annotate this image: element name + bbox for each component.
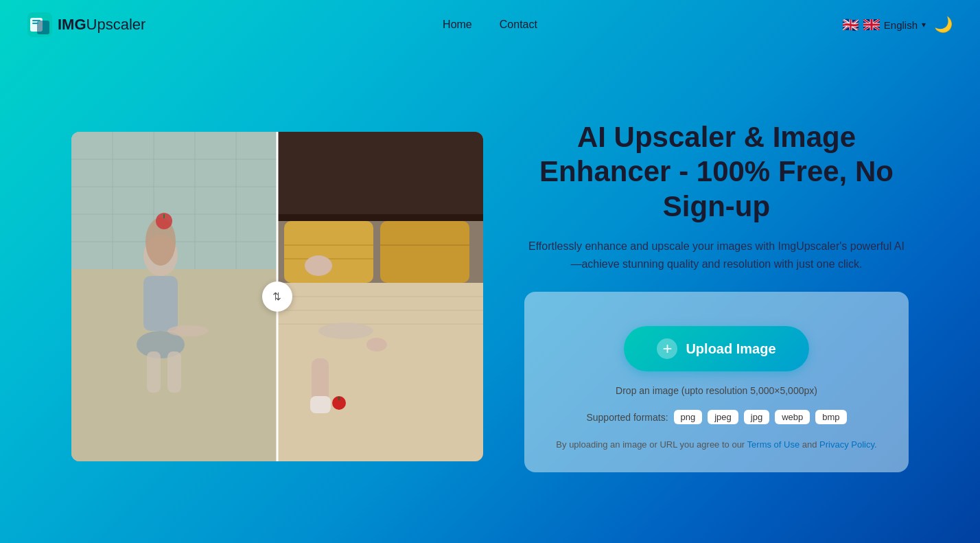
logo[interactable]: IMGUpscaler — [27, 12, 145, 37]
uk-flag — [863, 19, 880, 30]
right-panel: AI Upscaler & Image Enhancer - 100% Free… — [524, 120, 909, 472]
image-comparison[interactable]: ⇄ — [71, 132, 483, 461]
svg-rect-28 — [277, 132, 483, 214]
upload-box: + Upload Image Drop an image (upto resol… — [524, 292, 909, 472]
nav-item-contact[interactable]: Contact — [500, 19, 537, 31]
main-content: ⇄ AI Upscaler & Image Enhancer - 100% Fr… — [0, 49, 980, 543]
svg-point-40 — [318, 323, 373, 339]
chevron-down-icon: ▾ — [922, 20, 926, 30]
language-selector[interactable]: 🇬🇧 English ▾ — [842, 16, 926, 33]
before-panel — [71, 132, 277, 461]
svg-rect-43 — [310, 396, 331, 413]
logo-text: IMGUpscaler — [58, 16, 145, 34]
format-badge-jpeg: jpeg — [708, 410, 738, 424]
format-badge-jpg: jpg — [744, 410, 769, 424]
language-label: English — [884, 19, 918, 31]
upload-button-label: Upload Image — [686, 341, 775, 357]
svg-rect-26 — [71, 132, 277, 461]
nav-item-home[interactable]: Home — [443, 19, 472, 31]
svg-rect-30 — [284, 221, 373, 283]
navbar: IMGUpscaler Home Contact 🇬🇧 English ▾ 🌙 — [0, 0, 980, 49]
formats-label: Supported formats: — [586, 412, 668, 423]
nav-links: Home Contact — [443, 19, 537, 31]
comparison-handle[interactable]: ⇄ — [262, 281, 292, 312]
logo-icon — [27, 12, 52, 37]
format-badge-png: png — [674, 410, 703, 424]
dark-mode-button[interactable]: 🌙 — [934, 16, 953, 34]
formats-row: Supported formats: png jpeg jpg webp bmp — [586, 410, 846, 424]
before-scene — [71, 132, 277, 461]
drop-hint: Drop an image (upto resolution 5,000×5,0… — [616, 385, 817, 396]
svg-point-41 — [366, 338, 387, 351]
svg-rect-31 — [380, 221, 469, 283]
format-badge-webp: webp — [775, 410, 810, 424]
svg-point-39 — [305, 255, 332, 276]
upload-image-button[interactable]: + Upload Image — [624, 326, 808, 371]
format-badge-bmp: bmp — [815, 410, 846, 424]
svg-rect-3 — [32, 20, 40, 21]
svg-rect-4 — [32, 23, 38, 24]
svg-rect-2 — [37, 21, 49, 34]
nav-right: 🇬🇧 English ▾ 🌙 — [842, 16, 953, 34]
terms-text: By uploading an image or URL you agree t… — [556, 438, 876, 452]
after-scene — [277, 132, 483, 461]
hero-title: AI Upscaler & Image Enhancer - 100% Free… — [524, 120, 909, 224]
privacy-link[interactable]: Privacy Policy — [819, 439, 874, 450]
svg-rect-35 — [277, 283, 483, 461]
svg-rect-29 — [277, 214, 483, 221]
terms-link[interactable]: Terms of Use — [747, 439, 800, 450]
after-panel — [277, 132, 483, 461]
plus-icon: + — [657, 338, 677, 359]
hero-subtitle: Effortlessly enhance and upscale your im… — [524, 238, 909, 273]
svg-rect-45 — [338, 397, 340, 400]
moon-icon: 🌙 — [934, 16, 953, 34]
flag-icon: 🇬🇧 — [842, 16, 859, 33]
handle-arrows-icon: ⇄ — [271, 292, 284, 301]
